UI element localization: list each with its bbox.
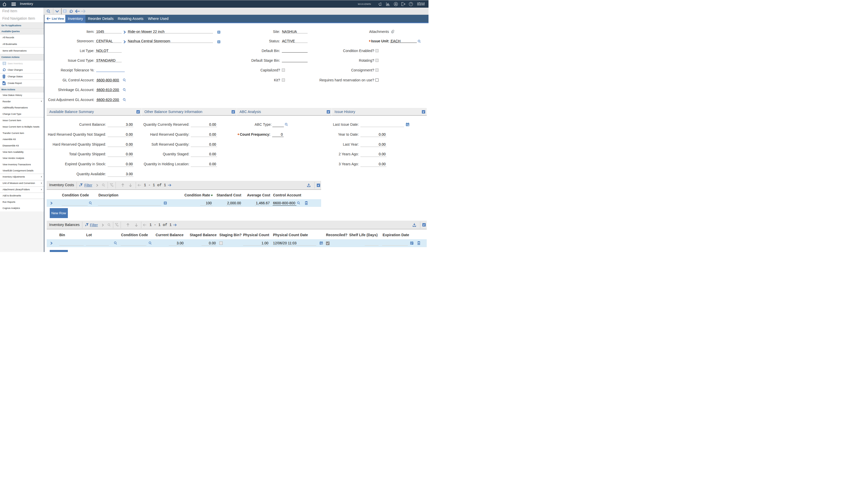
svg-text:?: ? [410, 3, 411, 5]
